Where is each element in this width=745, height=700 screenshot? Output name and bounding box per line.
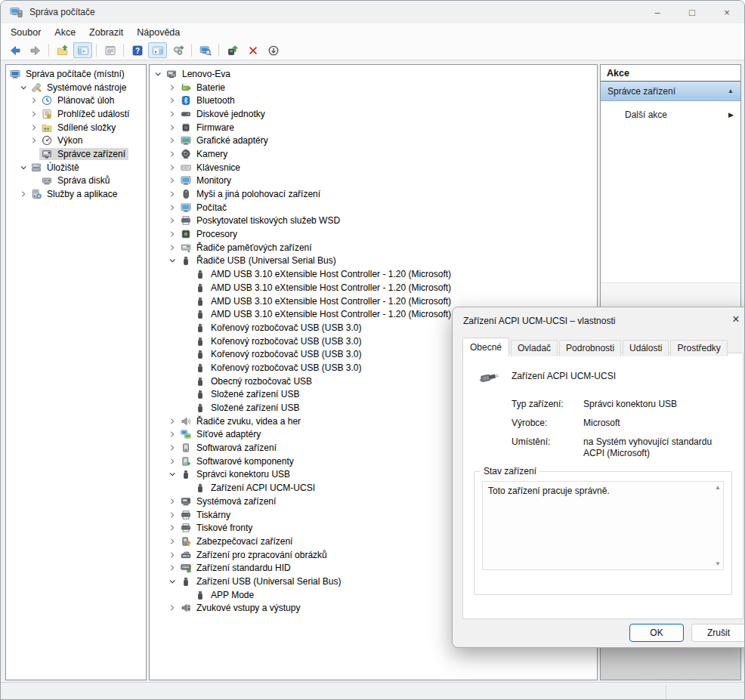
sidebar-item[interactable]: Výkon xyxy=(6,134,146,147)
uninstall-device-button[interactable] xyxy=(243,42,262,58)
chevron-right-icon[interactable] xyxy=(29,96,39,105)
device-tree-item[interactable]: Myši a jiná polohovací zařízení xyxy=(150,187,597,201)
actions-section-header[interactable]: Správce zařízení ▲ xyxy=(601,82,740,101)
dialog-tab-5[interactable]: Prostředky xyxy=(670,340,727,356)
maximize-button[interactable]: □ xyxy=(675,1,709,23)
dialog-tab-1[interactable]: Obecné xyxy=(462,338,509,356)
device-tree-item[interactable]: AMD USB 3.10 eXtensible Host Controller … xyxy=(150,294,597,308)
cancel-button[interactable]: Zrušit xyxy=(691,624,745,642)
device-tree-item[interactable]: Firmware xyxy=(150,121,597,134)
chevron-right-icon[interactable] xyxy=(165,443,178,452)
sidebar-item[interactable]: Služby a aplikace xyxy=(6,187,146,201)
chevron-right-icon[interactable] xyxy=(165,123,178,132)
chevron-right-icon[interactable] xyxy=(165,203,178,212)
device-tree-item[interactable]: Lenovo-Eva xyxy=(150,67,597,81)
chevron-down-icon[interactable] xyxy=(165,577,178,586)
tree-item-label: Grafické adaptéry xyxy=(195,135,270,146)
chevron-right-icon[interactable] xyxy=(165,537,178,546)
device-tree-item[interactable]: Grafické adaptéry xyxy=(150,134,597,147)
sidebar-item[interactable]: Správce zařízení xyxy=(6,147,146,161)
chevron-right-icon[interactable] xyxy=(165,190,178,199)
device-tree-item[interactable]: Bluetooth xyxy=(150,94,597,107)
device-tree-item[interactable]: Diskové jednotky xyxy=(150,107,597,121)
dialog-tab-2[interactable]: Ovladač xyxy=(511,340,558,356)
help-button[interactable]: ? xyxy=(128,42,147,58)
storagectrl-icon xyxy=(180,242,192,253)
chevron-right-icon[interactable] xyxy=(165,417,178,426)
sidebar-item[interactable]: Správa disků xyxy=(6,174,146,188)
chevron-right-icon[interactable] xyxy=(165,523,178,532)
sidebar-item[interactable]: Plánovač úloh xyxy=(6,94,146,107)
collapse-icon[interactable]: ▲ xyxy=(728,88,734,94)
scroll-down-icon[interactable]: ▼ xyxy=(715,560,721,567)
show-action-pane-button[interactable] xyxy=(148,42,167,58)
menu-zobrazit[interactable]: Zobrazit xyxy=(82,25,130,40)
chevron-right-icon[interactable] xyxy=(165,109,178,119)
menu-napoveda[interactable]: Nápověda xyxy=(130,25,187,40)
chevron-down-icon[interactable] xyxy=(151,69,164,79)
update-driver-button[interactable] xyxy=(223,42,242,58)
chevron-right-icon[interactable] xyxy=(165,243,178,252)
chevron-right-icon[interactable] xyxy=(18,190,29,199)
chevron-right-icon[interactable] xyxy=(165,457,178,466)
chevron-right-icon[interactable] xyxy=(165,96,178,105)
sidebar-item[interactable]: Úložiště xyxy=(6,161,146,174)
dialog-close-button[interactable]: × xyxy=(728,313,743,326)
chevron-right-icon[interactable] xyxy=(165,510,178,520)
chevron-right-icon[interactable] xyxy=(29,109,39,119)
device-status-text-box[interactable]: Toto zařízení pracuje správně. ▲ ▼ xyxy=(482,481,724,570)
sidebar-item[interactable]: Prohlížeč událostí xyxy=(6,107,146,121)
action-item-more-actions[interactable]: Další akce ▶ xyxy=(601,106,740,124)
chevron-down-icon[interactable] xyxy=(165,470,178,479)
chevron-right-icon[interactable] xyxy=(165,163,178,172)
device-tree-item[interactable]: Monitory xyxy=(150,174,597,188)
menu-soubor[interactable]: Soubor xyxy=(4,25,48,40)
chevron-right-icon[interactable] xyxy=(165,563,178,572)
up-level-button[interactable] xyxy=(53,42,72,58)
chevron-right-icon[interactable] xyxy=(165,550,178,560)
sidebar-item[interactable]: Správa počítače (místní) xyxy=(6,67,146,81)
chevron-down-icon[interactable] xyxy=(18,83,29,92)
device-tree-item[interactable]: Procesory xyxy=(150,227,597,241)
device-tree-item[interactable]: AMD USB 3.10 eXtensible Host Controller … xyxy=(150,267,597,281)
device-tree-item[interactable]: Klávesnice xyxy=(150,161,597,174)
menu-akce[interactable]: Akce xyxy=(48,25,82,40)
chevron-down-icon[interactable] xyxy=(18,163,29,172)
chevron-right-icon[interactable] xyxy=(165,216,178,225)
chevron-right-icon[interactable] xyxy=(29,123,39,132)
device-tree-item[interactable]: Baterie xyxy=(150,81,597,94)
chevron-right-icon[interactable] xyxy=(165,176,178,185)
back-button[interactable] xyxy=(5,42,24,58)
chevron-right-icon[interactable] xyxy=(165,430,178,439)
sidebar-item[interactable]: Systémové nástroje xyxy=(6,81,146,94)
show-console-tree-button[interactable] xyxy=(73,42,92,58)
chevron-right-icon[interactable] xyxy=(165,150,178,159)
remote-computer-button[interactable] xyxy=(196,42,215,58)
chevron-down-icon[interactable] xyxy=(165,256,178,265)
chevron-right-icon[interactable] xyxy=(165,83,178,92)
ok-button[interactable]: OK xyxy=(629,624,684,642)
scan-hardware-button[interactable] xyxy=(168,42,187,58)
device-tree-item[interactable]: Řadiče paměťových zařízení xyxy=(150,241,597,254)
properties-button[interactable] xyxy=(100,42,119,58)
device-tree-item[interactable]: AMD USB 3.10 eXtensible Host Controller … xyxy=(150,281,597,294)
tree-item-label: Správci konektoru USB xyxy=(195,469,292,480)
sidebar-item[interactable]: Sdílené složky xyxy=(6,121,146,134)
chevron-right-icon[interactable] xyxy=(165,497,178,506)
chevron-right-icon[interactable] xyxy=(29,136,39,145)
chevron-right-icon[interactable] xyxy=(165,603,178,612)
device-tree-item[interactable]: Počítač xyxy=(150,201,597,214)
minimize-button[interactable]: – xyxy=(640,1,675,23)
forward-button[interactable] xyxy=(26,42,45,58)
dialog-tab-3[interactable]: Podrobnosti xyxy=(559,340,621,356)
scroll-up-icon[interactable]: ▲ xyxy=(715,484,721,491)
device-tree-item[interactable]: Poskytovatel tiskových služeb WSD xyxy=(150,214,597,228)
disable-device-button[interactable] xyxy=(264,42,283,58)
device-tree-item[interactable]: Kamery xyxy=(150,147,597,161)
close-button[interactable]: × xyxy=(709,1,744,23)
status-bar-divider xyxy=(666,686,666,698)
chevron-right-icon[interactable] xyxy=(165,136,178,145)
dialog-tab-4[interactable]: Události xyxy=(623,340,669,356)
chevron-right-icon[interactable] xyxy=(165,230,178,239)
device-tree-item[interactable]: Řadiče USB (Universal Serial Bus) xyxy=(150,254,597,268)
